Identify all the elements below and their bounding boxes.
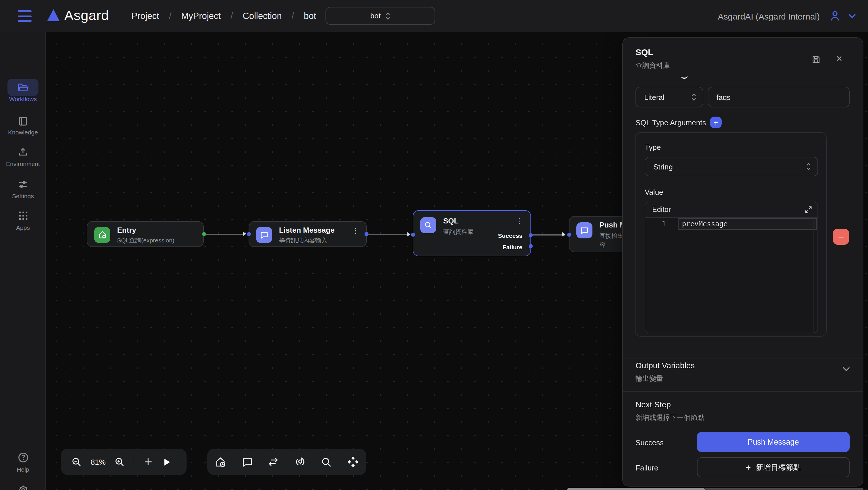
search-node-tool-icon[interactable] [321, 456, 333, 468]
sidebar-item-settings[interactable]: Settings [0, 193, 46, 199]
breadcrumb-separator: / [169, 11, 172, 21]
node-config-panel: SQL 查詢資料庫 ✕ Literal faqs SQL Type Argume… [622, 37, 863, 486]
close-icon[interactable]: ✕ [836, 54, 842, 63]
sidebar-item-knowledge[interactable]: Knowledge [0, 129, 46, 136]
select-chevrons-icon [691, 93, 696, 101]
book-icon[interactable] [0, 115, 46, 127]
upload-icon[interactable] [0, 146, 46, 158]
account-label: AsgardAI (Asgard Internal) [718, 0, 820, 32]
port-push-input[interactable] [567, 232, 571, 236]
failure-row-label: Failure [636, 464, 658, 472]
next-step-label: Next Step [636, 400, 671, 409]
sidebar-item-apps[interactable]: Apps [0, 224, 46, 231]
workflow-select[interactable]: bot [326, 7, 435, 25]
add-node-icon[interactable] [143, 457, 153, 467]
success-target-button[interactable]: Push Message [697, 432, 849, 452]
run-icon[interactable] [162, 457, 172, 467]
sidebar-item-environment[interactable]: Environment [0, 160, 46, 167]
line-number: 1 [645, 220, 666, 228]
port-listen-output[interactable] [365, 232, 369, 236]
node-entry[interactable]: Entry SQL查詢(expression) [87, 221, 204, 247]
node-sql[interactable]: SQL 查詢資料庫 ⋮ Success Failure [413, 210, 531, 256]
port-sql-success[interactable] [528, 233, 532, 237]
param-type-value: Literal [644, 93, 664, 102]
edge-entry-listen [206, 234, 244, 235]
entry-node-tool-icon[interactable] [214, 456, 227, 468]
diamonds-tool-icon[interactable] [347, 456, 360, 468]
value-label: Value [645, 188, 663, 197]
bottom-drawer-peek[interactable] [567, 487, 705, 490]
divider [623, 358, 863, 358]
node-title: Entry [117, 226, 136, 234]
breadcrumb-myproject[interactable]: MyProject [181, 11, 221, 21]
editor-title: Editor [652, 206, 671, 214]
breadcrumb-collection[interactable]: Collection [243, 11, 282, 21]
save-icon[interactable] [811, 55, 821, 64]
remove-argument-button[interactable]: – [833, 229, 849, 245]
magnifier-icon [420, 217, 436, 233]
user-avatar-icon[interactable] [828, 9, 842, 22]
param-type-select[interactable]: Literal [636, 87, 703, 108]
node-subtitle: SQL查詢(expression) [117, 235, 175, 245]
kebab-menu-icon[interactable]: ⋮ [352, 228, 360, 234]
menu-icon[interactable] [18, 10, 32, 22]
failure-action-label: 新增目標節點 [756, 462, 801, 472]
asgard-logo-icon [47, 9, 60, 21]
folder-icon[interactable] [0, 82, 46, 94]
output-variables-label: Output Variables [636, 361, 695, 370]
app-window: Asgard Project / MyProject / Collection … [0, 0, 868, 490]
port-listen-input[interactable] [247, 232, 251, 236]
node-subtitle: 查詢資料庫 [443, 227, 473, 236]
left-sidebar: Workflows Knowledge Environment Settings… [0, 32, 46, 490]
edge-sql-push [532, 234, 565, 235]
argument-type-value: String [653, 162, 673, 171]
zoom-out-icon[interactable] [71, 456, 82, 467]
help-circle-icon[interactable] [0, 452, 46, 464]
intent-node-tool-icon[interactable] [294, 456, 307, 468]
success-row-label: Success [636, 438, 663, 447]
editor-scrollbar[interactable] [813, 218, 814, 333]
house-plus-icon [94, 227, 110, 243]
top-header: Asgard Project / MyProject / Collection … [0, 0, 868, 32]
logo-text: Asgard [64, 7, 109, 24]
next-step-sublabel: 新增或選擇下一個節點 [636, 413, 704, 423]
code-editor: Editor 1 prevMessage [645, 202, 818, 333]
panel-subtitle: 查詢資料庫 [636, 61, 670, 71]
zoom-in-icon[interactable] [114, 456, 125, 467]
node-title: SQL [443, 217, 458, 225]
port-sql-input[interactable] [411, 232, 415, 236]
kebab-menu-icon[interactable]: ⋮ [516, 218, 524, 225]
node-subtitle: 等待訊息內容輸入 [279, 235, 327, 245]
expand-icon[interactable] [805, 206, 812, 213]
add-argument-button[interactable]: + [710, 116, 722, 128]
output-label-success: Success [498, 232, 522, 239]
swap-node-tool-icon[interactable] [267, 456, 280, 468]
editor-code-area[interactable]: 1 prevMessage [645, 218, 817, 333]
zoom-level[interactable]: 81% [91, 458, 105, 466]
chevron-down-icon[interactable] [842, 367, 850, 372]
port-entry-output[interactable] [202, 232, 206, 236]
grid-dots-icon[interactable] [0, 210, 46, 221]
sql-type-arguments-label: SQL Type Arguments [636, 118, 706, 127]
gear-icon[interactable] [0, 484, 46, 490]
output-label-failure: Failure [503, 243, 522, 251]
sidebar-item-workflows[interactable]: Workflows [0, 95, 46, 102]
edge-arrow-icon [407, 232, 410, 236]
divider [623, 391, 863, 392]
sidebar-item-help[interactable]: Help [0, 466, 46, 473]
node-listen-message[interactable]: Listen Message 等待訊息內容輸入 ⋮ [249, 221, 367, 247]
argument-type-select[interactable]: String [645, 157, 818, 176]
param-value-input[interactable]: faqs [708, 87, 849, 108]
breadcrumb-project[interactable]: Project [131, 11, 159, 21]
port-sql-failure[interactable] [528, 244, 532, 248]
code-text: prevMessage [682, 220, 727, 228]
type-label: Type [645, 143, 661, 152]
breadcrumb: Project / MyProject / Collection / bot [131, 0, 316, 32]
edge-listen-sql [369, 234, 409, 235]
message-node-tool-icon[interactable] [241, 456, 253, 468]
account-chevron-icon[interactable] [848, 13, 857, 19]
sliders-icon[interactable] [0, 179, 46, 190]
node-tools-toolbar [207, 449, 366, 475]
breadcrumb-bot[interactable]: bot [304, 11, 316, 21]
failure-add-target-button[interactable]: + 新增目標節點 [697, 457, 849, 478]
